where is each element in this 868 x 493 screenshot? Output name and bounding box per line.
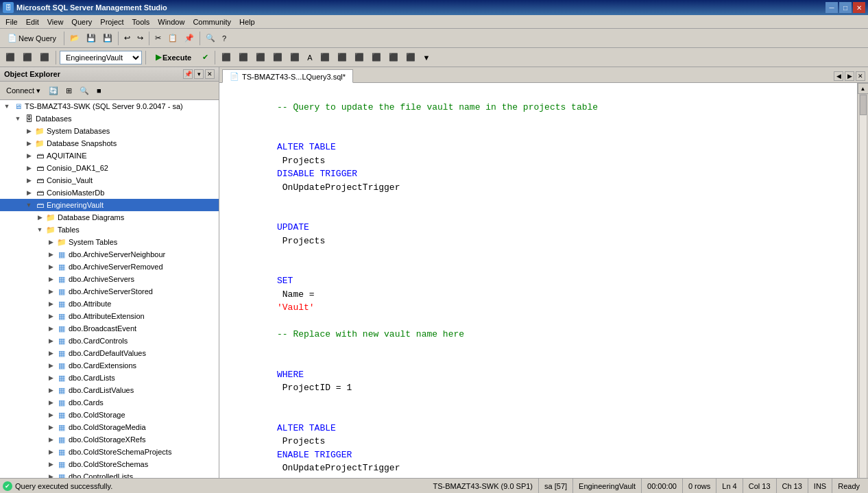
tab-nav-left[interactable]: ◀	[834, 71, 843, 81]
save-button[interactable]: 💾	[84, 31, 99, 46]
panel-arrow-button[interactable]: ▾	[194, 69, 204, 79]
editor-vscroll-up[interactable]: ▲	[858, 83, 869, 94]
tree-node-t7[interactable]: ▶ ▦ dbo.BroadcastEvent	[0, 322, 219, 335]
tree-node-db-diagrams[interactable]: ▶ 📁 Database Diagrams	[0, 211, 219, 224]
tree-node-aquitaine[interactable]: ▶ 🗃 AQUITAINE	[0, 149, 219, 162]
save-all-button[interactable]: 💾	[100, 31, 115, 46]
t5-label: dbo.Attribute	[67, 300, 111, 308]
paste-button[interactable]: 📌	[182, 31, 197, 46]
tree-node-t5[interactable]: ▶ ▦ dbo.Attribute	[0, 298, 219, 310]
connect-button[interactable]: Connect ▾	[3, 84, 44, 97]
tree-node-t15[interactable]: ▶ ▦ dbo.ColdStorageMedia	[0, 421, 219, 433]
query-editor[interactable]: -- Query to update the file vault name i…	[219, 83, 857, 478]
status-success-icon: ✔	[3, 481, 12, 491]
tree-node-conisio-dak[interactable]: ▶ 🗃 Conisio_DAK1_62	[0, 162, 219, 174]
new-query-button[interactable]: 📄 New Query	[3, 32, 61, 45]
tb-l[interactable]: ⬛	[403, 50, 418, 65]
query-tab[interactable]: 📄 TS-BMAZT43-S...LQuery3.sql*	[222, 69, 353, 83]
tb-g[interactable]: ⬛	[317, 50, 333, 65]
code-text-6b: OnUpdateProjectTrigger	[277, 463, 400, 473]
cut-button[interactable]: ✂	[152, 31, 164, 46]
menu-view[interactable]: View	[43, 16, 68, 27]
conisio-master-label: ConisioMasterDb	[45, 189, 104, 197]
tree-node-t12[interactable]: ▶ ▦ dbo.CardListValues	[0, 384, 219, 396]
tree-node-t17[interactable]: ▶ ▦ dbo.ColdStoreSchemaProjects	[0, 446, 219, 458]
tb-f[interactable]: A	[304, 50, 315, 65]
tab-close[interactable]: ✕	[856, 71, 865, 81]
oe-refresh[interactable]: 🔄	[46, 83, 61, 98]
tree-node-t11[interactable]: ▶ ▦ dbo.CardLists	[0, 372, 219, 384]
tree-node-db-snapshots[interactable]: ▶ 📁 Database Snapshots	[0, 137, 219, 149]
redo-button[interactable]: ↪	[134, 31, 146, 46]
tab-nav-right[interactable]: ▶	[845, 71, 854, 81]
tb-i[interactable]: ⬛	[352, 50, 367, 65]
oe-search[interactable]: 🔍	[77, 83, 92, 98]
menu-project[interactable]: Project	[96, 16, 128, 27]
toolbar-btn-1[interactable]: ⬛	[3, 50, 18, 65]
menu-window[interactable]: Window	[154, 16, 189, 27]
open-button[interactable]: 📂	[67, 31, 82, 46]
tb-e[interactable]: ⬛	[287, 50, 302, 65]
tree-node-t3[interactable]: ▶ ▦ dbo.ArchiveServers	[0, 273, 219, 285]
minimize-button[interactable]: ─	[825, 2, 838, 13]
tree-node-databases[interactable]: ▼ 🗄 Databases	[0, 112, 219, 125]
menu-community[interactable]: Community	[189, 16, 235, 27]
maximize-button[interactable]: □	[839, 2, 852, 13]
tb-b[interactable]: ⬛	[236, 50, 251, 65]
tree-node-t19[interactable]: ▶ ▦ dbo.ControlledLists	[0, 470, 219, 478]
execute-button[interactable]: ▶ Execute	[149, 51, 197, 64]
tree-node-system-dbs[interactable]: ▶ 📁 System Databases	[0, 125, 219, 137]
object-explorer-tree[interactable]: ▼ 🖥 TS-BMAZT43-SWK (SQL Server 9.0.2047 …	[0, 100, 219, 478]
tb-c[interactable]: ⬛	[253, 50, 268, 65]
tb-a[interactable]: ⬛	[219, 50, 234, 65]
tb-h[interactable]: ⬛	[335, 50, 350, 65]
menu-help[interactable]: Help	[235, 16, 259, 27]
tree-node-conisio-vault[interactable]: ▶ 🗃 Conisio_Vault	[0, 174, 219, 187]
menu-bar: File Edit View Query Project Tools Windo…	[0, 15, 868, 29]
oe-stop[interactable]: ■	[94, 83, 104, 98]
close-button[interactable]: ✕	[853, 2, 865, 13]
menu-edit[interactable]: Edit	[22, 16, 43, 27]
tree-node-server[interactable]: ▼ 🖥 TS-BMAZT43-SWK (SQL Server 9.0.2047 …	[0, 100, 219, 112]
t18-icon: ▦	[56, 459, 67, 470]
panel-pin-button[interactable]: 📌	[183, 69, 193, 79]
tree-node-t16[interactable]: ▶ ▦ dbo.ColdStorageXRefs	[0, 433, 219, 446]
code-text-2b: OnUpdateProjectTrigger	[277, 182, 400, 193]
help-button[interactable]: ?	[219, 31, 229, 46]
tree-node-t14[interactable]: ▶ ▦ dbo.ColdStorage	[0, 409, 219, 421]
tree-node-t13[interactable]: ▶ ▦ dbo.Cards	[0, 396, 219, 409]
tree-node-t1[interactable]: ▶ ▦ dbo.ArchiveServerNeighbour	[0, 248, 219, 261]
tree-node-t6[interactable]: ▶ ▦ dbo.AttributeExtension	[0, 310, 219, 322]
oe-filter[interactable]: ⊞	[63, 83, 75, 98]
tree-node-conisio-master[interactable]: ▶ 🗃 ConisioMasterDb	[0, 187, 219, 199]
editor-vscrollbar[interactable]: ▲ ▼	[857, 83, 868, 478]
menu-file[interactable]: File	[1, 16, 22, 27]
database-dropdown[interactable]: EngineeringVault	[60, 51, 142, 64]
tree-node-t18[interactable]: ▶ ▦ dbo.ColdStoreSchemas	[0, 458, 219, 470]
tree-node-engineering-vault[interactable]: ▼ 🗃 EngineeringVault	[0, 199, 219, 211]
tree-node-t4[interactable]: ▶ ▦ dbo.ArchiveServerStored	[0, 285, 219, 298]
panel-close-button[interactable]: ✕	[205, 69, 215, 79]
tree-node-tables[interactable]: ▼ 📁 Tables	[0, 224, 219, 236]
copy-button[interactable]: 📋	[165, 31, 180, 46]
editor-vscroll-track[interactable]	[859, 94, 867, 478]
tree-node-t9[interactable]: ▶ ▦ dbo.CardDefaultValues	[0, 347, 219, 359]
tree-node-t10[interactable]: ▶ ▦ dbo.CardExtensions	[0, 359, 219, 372]
conisio-vault-label: Conisio_Vault	[45, 176, 93, 184]
tree-node-system-tables[interactable]: ▶ 📁 System Tables	[0, 236, 219, 248]
tb-d[interactable]: ⬛	[270, 50, 285, 65]
toolbar-sep-1	[64, 32, 64, 45]
toolbar-btn-2[interactable]: ⬛	[20, 50, 35, 65]
tb-m[interactable]: ▼	[420, 50, 433, 65]
tb-k[interactable]: ⬛	[386, 50, 401, 65]
editor-vscroll-thumb[interactable]	[860, 95, 867, 115]
toolbar-btn-3[interactable]: ⬛	[37, 50, 52, 65]
tree-node-t2[interactable]: ▶ ▦ dbo.ArchiveServerRemoved	[0, 261, 219, 273]
check-btn[interactable]: ✔	[200, 50, 211, 65]
menu-tools[interactable]: Tools	[128, 16, 154, 27]
tb-j[interactable]: ⬛	[369, 50, 384, 65]
menu-query[interactable]: Query	[67, 16, 96, 27]
find-button[interactable]: 🔍	[203, 31, 218, 46]
undo-button[interactable]: ↩	[121, 31, 133, 46]
tree-node-t8[interactable]: ▶ ▦ dbo.CardControls	[0, 335, 219, 347]
